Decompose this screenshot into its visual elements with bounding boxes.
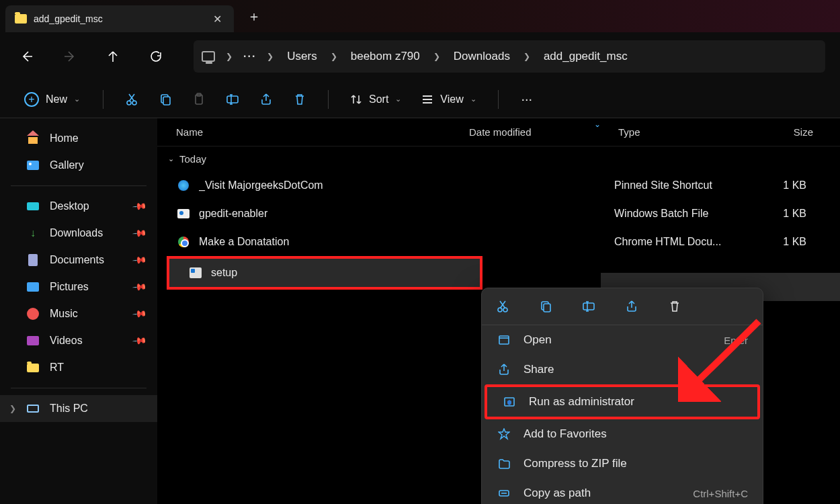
share-icon[interactable] bbox=[253, 86, 280, 113]
up-button[interactable] bbox=[101, 44, 125, 69]
separator bbox=[498, 90, 499, 109]
sidebar-item-videos[interactable]: Videos📌 bbox=[0, 327, 157, 354]
breadcrumb-segment[interactable]: add_gpedit_msc bbox=[537, 46, 634, 67]
breadcrumb-segment[interactable]: beebom z790 bbox=[344, 46, 427, 67]
new-button[interactable]: + New ⌄ bbox=[16, 88, 88, 111]
chevron-right-icon[interactable]: ❯ bbox=[327, 52, 341, 61]
share-icon bbox=[497, 362, 511, 377]
context-item-label: Share bbox=[523, 363, 748, 376]
paste-icon[interactable] bbox=[185, 86, 212, 113]
sidebar-item-folder[interactable]: RT bbox=[0, 354, 157, 381]
divider bbox=[11, 388, 146, 388]
pin-icon: 📌 bbox=[132, 252, 147, 267]
sidebar-item-label: Home bbox=[50, 132, 79, 144]
file-row-selected[interactable]: setup bbox=[167, 256, 482, 290]
chevron-right-icon[interactable]: ❯ bbox=[429, 52, 444, 61]
view-button[interactable]: View ⌄ bbox=[415, 89, 482, 110]
context-item-compress[interactable]: Compress to ZIP file bbox=[482, 449, 763, 478]
close-tab-icon[interactable]: ✕ bbox=[210, 13, 224, 26]
context-item-open[interactable]: Open Enter bbox=[482, 325, 763, 355]
sort-icon bbox=[350, 93, 362, 106]
videos-icon bbox=[27, 336, 39, 345]
context-item-copypath[interactable]: Copy as path Ctrl+Shift+C bbox=[482, 478, 763, 504]
pin-icon: 📌 bbox=[132, 279, 147, 294]
share-icon[interactable] bbox=[623, 298, 640, 315]
file-row[interactable]: gpedit-enabler Windows Batch File 1 KB bbox=[157, 200, 840, 228]
tab-title: add_gpedit_msc bbox=[34, 13, 204, 24]
file-size: 1 KB bbox=[739, 208, 806, 220]
context-item-run-admin[interactable]: Run as administrator bbox=[485, 384, 760, 419]
shortcut-label: Ctrl+Shift+C bbox=[693, 488, 748, 499]
delete-icon[interactable] bbox=[666, 298, 683, 315]
copy-icon[interactable] bbox=[152, 86, 179, 113]
star-icon bbox=[497, 427, 511, 442]
rename-icon[interactable] bbox=[219, 86, 246, 113]
context-icon-bar bbox=[482, 288, 763, 325]
breadcrumb-overflow[interactable]: ··· bbox=[239, 50, 260, 62]
shortcut-label: Enter bbox=[724, 335, 748, 346]
file-name: setup bbox=[211, 267, 477, 279]
chevron-down-icon: ⌄ bbox=[470, 95, 476, 103]
column-name[interactable]: Name bbox=[176, 126, 469, 138]
file-row[interactable]: _Visit MajorgeeksDotCom Pinned Site Shor… bbox=[157, 171, 840, 200]
sidebar-item-home[interactable]: Home bbox=[0, 125, 157, 152]
chevron-down-icon: ⌄ bbox=[74, 95, 80, 103]
svg-rect-6 bbox=[227, 96, 238, 103]
sidebar-item-gallery[interactable]: Gallery bbox=[0, 152, 157, 179]
group-label: Today bbox=[179, 153, 206, 165]
sidebar-item-thispc[interactable]: ❯This PC bbox=[0, 395, 157, 422]
sidebar: Home Gallery Desktop📌 ↓Downloads📌 Docume… bbox=[0, 118, 157, 504]
pin-icon: 📌 bbox=[132, 225, 147, 241]
application-icon bbox=[190, 267, 202, 278]
copy-icon[interactable] bbox=[537, 298, 554, 315]
sidebar-item-label: Downloads bbox=[50, 227, 103, 239]
chevron-right-icon[interactable]: ❯ bbox=[222, 52, 237, 61]
sidebar-item-music[interactable]: Music📌 bbox=[0, 300, 157, 327]
file-row[interactable]: Make a Donatation Chrome HTML Docu... 1 … bbox=[157, 228, 840, 256]
pin-icon: 📌 bbox=[132, 198, 147, 214]
sidebar-item-downloads[interactable]: ↓Downloads📌 bbox=[0, 220, 157, 247]
context-item-favorites[interactable]: Add to Favorites bbox=[482, 419, 763, 449]
delete-icon[interactable] bbox=[286, 86, 313, 113]
context-menu: Open Enter Share Run as administrator Ad… bbox=[481, 288, 763, 504]
breadcrumb-segment[interactable]: Downloads bbox=[447, 46, 517, 67]
sort-button[interactable]: Sort ⌄ bbox=[343, 89, 408, 110]
cut-icon[interactable] bbox=[118, 86, 145, 113]
sidebar-item-label: Gallery bbox=[50, 159, 84, 171]
context-item-label: Run as administrator bbox=[529, 395, 743, 409]
sidebar-item-label: This PC bbox=[50, 403, 88, 415]
new-tab-button[interactable]: ＋ bbox=[247, 7, 261, 26]
rename-icon[interactable] bbox=[580, 298, 597, 315]
file-type: Pinned Site Shortcut bbox=[614, 179, 739, 192]
column-date[interactable]: Date modified⌄ bbox=[469, 126, 618, 138]
breadcrumb-segment[interactable]: Users bbox=[280, 46, 323, 67]
tab-active[interactable]: add_gpedit_msc ✕ bbox=[5, 5, 234, 32]
column-type[interactable]: Type bbox=[618, 126, 746, 138]
pc-icon[interactable] bbox=[202, 51, 215, 62]
more-icon[interactable]: ··· bbox=[513, 86, 540, 113]
sidebar-item-label: Videos bbox=[50, 335, 83, 347]
forward-button[interactable] bbox=[58, 44, 82, 69]
chevron-right-icon[interactable]: ❯ bbox=[263, 52, 278, 61]
sidebar-item-pictures[interactable]: Pictures📌 bbox=[0, 274, 157, 300]
context-item-share[interactable]: Share bbox=[482, 355, 763, 384]
separator bbox=[103, 90, 103, 109]
group-header[interactable]: ⌄ Today bbox=[157, 146, 840, 171]
breadcrumb[interactable]: ❯ ··· ❯ Users ❯ beebom z790 ❯ Downloads … bbox=[194, 40, 825, 73]
pc-icon bbox=[27, 405, 39, 413]
column-size[interactable]: Size bbox=[746, 126, 813, 138]
music-icon bbox=[27, 308, 39, 320]
download-icon: ↓ bbox=[26, 226, 40, 241]
chevron-right-icon[interactable]: ❯ bbox=[519, 52, 534, 61]
svg-rect-3 bbox=[163, 97, 170, 105]
sidebar-item-documents[interactable]: Documents📌 bbox=[0, 247, 157, 274]
nav-bar: ❯ ··· ❯ Users ❯ beebom z790 ❯ Downloads … bbox=[0, 32, 840, 81]
desktop-icon bbox=[27, 202, 39, 210]
sidebar-item-desktop[interactable]: Desktop📌 bbox=[0, 193, 157, 220]
cut-icon[interactable] bbox=[494, 298, 511, 315]
divider bbox=[11, 185, 146, 186]
refresh-button[interactable] bbox=[144, 44, 168, 69]
context-item-label: Open bbox=[523, 333, 712, 347]
back-button[interactable] bbox=[15, 44, 39, 69]
view-label: View bbox=[440, 93, 463, 106]
